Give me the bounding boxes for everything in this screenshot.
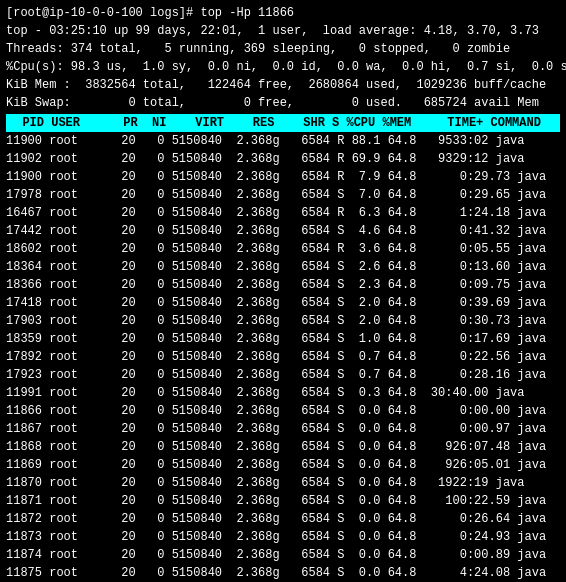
table-row: 17903 root 20 0 5150840 2.368g 6584 S 2.… (6, 312, 560, 330)
table-row: 17923 root 20 0 5150840 2.368g 6584 S 0.… (6, 366, 560, 384)
header-section: [root@ip-10-0-0-100 logs]# top -Hp 11866… (6, 4, 560, 112)
threads-line: Threads: 374 total, 5 running, 369 sleep… (6, 40, 560, 58)
table-row: 11866 root 20 0 5150840 2.368g 6584 S 0.… (6, 402, 560, 420)
table-row: 17978 root 20 0 5150840 2.368g 6584 S 7.… (6, 186, 560, 204)
mem-line: KiB Mem : 3832564 total, 122464 free, 26… (6, 76, 560, 94)
process-table: 11900 root 20 0 5150840 2.368g 6584 R 88… (6, 132, 560, 582)
cpu-line: %Cpu(s): 98.3 us, 1.0 sy, 0.0 ni, 0.0 id… (6, 58, 560, 76)
table-row: 11871 root 20 0 5150840 2.368g 6584 S 0.… (6, 492, 560, 510)
table-row: 18364 root 20 0 5150840 2.368g 6584 S 2.… (6, 258, 560, 276)
table-row: 17892 root 20 0 5150840 2.368g 6584 S 0.… (6, 348, 560, 366)
table-row: 11872 root 20 0 5150840 2.368g 6584 S 0.… (6, 510, 560, 528)
table-row: 17442 root 20 0 5150840 2.368g 6584 S 4.… (6, 222, 560, 240)
table-row: 18366 root 20 0 5150840 2.368g 6584 S 2.… (6, 276, 560, 294)
table-row: 11900 root 20 0 5150840 2.368g 6584 R 88… (6, 132, 560, 150)
table-row: 11875 root 20 0 5150840 2.368g 6584 S 0.… (6, 564, 560, 582)
table-row: 11868 root 20 0 5150840 2.368g 6584 S 0.… (6, 438, 560, 456)
table-row: 11991 root 20 0 5150840 2.368g 6584 S 0.… (6, 384, 560, 402)
table-header: PID USER PR NI VIRT RES SHR S %CPU %MEM … (6, 114, 560, 132)
swap-line: KiB Swap: 0 total, 0 free, 0 used. 68572… (6, 94, 560, 112)
table-row: 11870 root 20 0 5150840 2.368g 6584 S 0.… (6, 474, 560, 492)
table-row: 16467 root 20 0 5150840 2.368g 6584 R 6.… (6, 204, 560, 222)
table-row: 17418 root 20 0 5150840 2.368g 6584 S 2.… (6, 294, 560, 312)
table-row: 11873 root 20 0 5150840 2.368g 6584 S 0.… (6, 528, 560, 546)
table-row: 18359 root 20 0 5150840 2.368g 6584 S 1.… (6, 330, 560, 348)
table-row: 11874 root 20 0 5150840 2.368g 6584 S 0.… (6, 546, 560, 564)
title-line: [root@ip-10-0-0-100 logs]# top -Hp 11866 (6, 4, 560, 22)
table-row: 11867 root 20 0 5150840 2.368g 6584 S 0.… (6, 420, 560, 438)
terminal-window: [root@ip-10-0-0-100 logs]# top -Hp 11866… (6, 4, 560, 582)
table-row: 18602 root 20 0 5150840 2.368g 6584 R 3.… (6, 240, 560, 258)
table-row: 11902 root 20 0 5150840 2.368g 6584 R 69… (6, 150, 560, 168)
uptime-line: top - 03:25:10 up 99 days, 22:01, 1 user… (6, 22, 560, 40)
table-row: 11869 root 20 0 5150840 2.368g 6584 S 0.… (6, 456, 560, 474)
table-row: 11900 root 20 0 5150840 2.368g 6584 R 7.… (6, 168, 560, 186)
